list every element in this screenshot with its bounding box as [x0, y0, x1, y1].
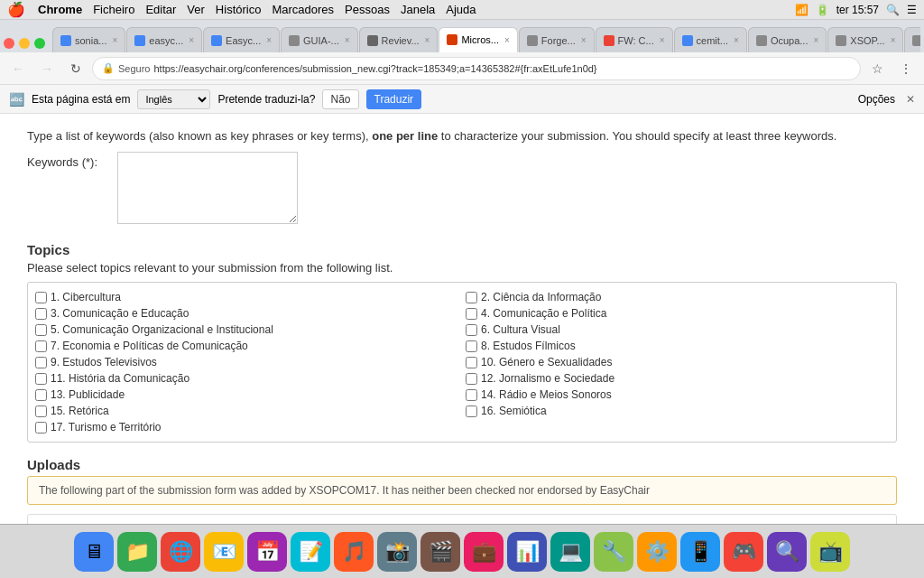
topic-checkbox-2[interactable]: [466, 292, 477, 303]
topic-label-9: 9. Estudos Televisivos: [51, 356, 157, 368]
dock-icon-3[interactable]: 📧: [204, 532, 244, 572]
tab-tab1[interactable]: sonia...×: [52, 27, 125, 52]
close-window-button[interactable]: [4, 38, 14, 49]
translation-close-button[interactable]: ✕: [906, 93, 915, 106]
topic-checkbox-11[interactable]: [35, 373, 47, 385]
menubar-chrome[interactable]: Chrome: [38, 3, 82, 16]
tab-label: Forge...: [541, 35, 576, 46]
menubar-marcadores[interactable]: Marcadores: [272, 3, 334, 16]
dock-icon-1[interactable]: 📁: [117, 532, 157, 572]
translate-button[interactable]: Traduzir: [366, 89, 422, 109]
topic-checkbox-6[interactable]: [466, 324, 477, 336]
tab-tab2[interactable]: easyc...×: [126, 27, 202, 52]
uploads-section: Uploads The following part of the submis…: [27, 457, 897, 524]
tab-close-button[interactable]: ×: [734, 35, 739, 45]
topic-checkbox-12[interactable]: [466, 373, 477, 385]
tab-close-button[interactable]: ×: [504, 35, 510, 45]
topic-checkbox-16[interactable]: [466, 406, 477, 417]
tab-close-button[interactable]: ×: [425, 35, 430, 45]
topic-checkbox-15[interactable]: [35, 406, 47, 417]
dock-icon-11[interactable]: 💻: [550, 532, 590, 572]
url-text[interactable]: https://easychair.org/conferences/submis…: [153, 63, 596, 74]
back-button[interactable]: ←: [5, 56, 31, 81]
no-translate-button[interactable]: Não: [322, 89, 358, 109]
topic-checkbox-3[interactable]: [35, 308, 47, 320]
dock-icon-14[interactable]: 📱: [680, 532, 720, 572]
dock-icon-10[interactable]: 📊: [507, 532, 547, 572]
menu-button[interactable]: ⋮: [893, 56, 919, 81]
address-bar[interactable]: 🔒 Seguro https://easychair.org/conferenc…: [92, 57, 861, 80]
tab-tab12[interactable]: Log in...×: [904, 27, 920, 52]
maximize-window-button[interactable]: [34, 38, 45, 49]
topics-description: Please select topics relevant to your su…: [27, 261, 897, 275]
reload-button[interactable]: ↻: [63, 56, 88, 81]
tab-close-button[interactable]: ×: [112, 35, 117, 45]
wifi-icon: 📶: [795, 4, 808, 16]
dock-icon-13[interactable]: ⚙️: [637, 532, 677, 572]
bookmark-button[interactable]: ☆: [864, 56, 890, 81]
tab-close-button[interactable]: ×: [660, 35, 665, 45]
tab-tab10[interactable]: Ocupa...×: [748, 27, 827, 52]
tab-close-button[interactable]: ×: [813, 35, 818, 45]
topic-checkbox-9[interactable]: [35, 357, 47, 368]
minimize-window-button[interactable]: [19, 38, 30, 49]
tab-tab7[interactable]: Forge...×: [519, 27, 595, 52]
topic-item-11: 11. História da Comunicação: [35, 371, 458, 386]
topic-checkbox-4[interactable]: [466, 308, 477, 320]
keywords-description: Type a list of keywords (also known as k…: [27, 128, 897, 144]
tab-close-button[interactable]: ×: [266, 35, 272, 45]
dock-icon-16[interactable]: 🔍: [767, 532, 807, 572]
topic-label-1: 1. Cibercultura: [51, 291, 121, 303]
tab-close-button[interactable]: ×: [189, 35, 194, 45]
dock-icon-12[interactable]: 🔧: [594, 532, 633, 572]
topic-checkbox-7[interactable]: [35, 340, 47, 352]
tab-close-button[interactable]: ×: [345, 35, 350, 45]
menubar-janela[interactable]: Janela: [401, 3, 435, 16]
tab-tab11[interactable]: XSOP...×: [827, 27, 903, 52]
topic-checkbox-10[interactable]: [466, 357, 477, 368]
tab-favicon: [756, 35, 767, 46]
tab-close-button[interactable]: ×: [581, 35, 587, 45]
topic-checkbox-5[interactable]: [35, 324, 47, 336]
topic-checkbox-14[interactable]: [466, 389, 477, 401]
menubar-pessoas[interactable]: Pessoas: [345, 3, 390, 16]
tab-tab4[interactable]: GUIA-...×: [281, 27, 358, 52]
dock-icon-17[interactable]: 📺: [810, 532, 850, 572]
keywords-textarea[interactable]: [117, 152, 298, 224]
search-icon[interactable]: 🔍: [886, 4, 900, 16]
topic-checkbox-1[interactable]: [35, 292, 47, 303]
tab-label: FW: C...: [618, 35, 654, 46]
dock-icon-4[interactable]: 📅: [247, 532, 287, 572]
menubar-ficheiro[interactable]: Ficheiro: [93, 3, 134, 16]
tab-tab6[interactable]: Micros...×: [439, 27, 517, 52]
tab-tab8[interactable]: FW: C...×: [596, 27, 673, 52]
control-center-icon[interactable]: ☰: [907, 4, 917, 16]
language-selector[interactable]: Inglês Português: [137, 89, 210, 109]
tab-close-button[interactable]: ×: [891, 35, 896, 45]
translate-icon: 🔤: [9, 92, 24, 107]
dock-icon-6[interactable]: 🎵: [334, 532, 374, 572]
tab-tab9[interactable]: cemit...×: [674, 27, 747, 52]
topic-checkbox-8[interactable]: [466, 340, 477, 352]
apple-menu-icon[interactable]: 🍎: [7, 1, 25, 18]
dock-icon-9[interactable]: 💼: [464, 532, 504, 572]
menubar-historico[interactable]: Histórico: [216, 3, 262, 16]
menubar-ver[interactable]: Ver: [187, 3, 205, 16]
tab-tab3[interactable]: Easyc...×: [203, 27, 280, 52]
menubar-editar[interactable]: Editar: [145, 3, 176, 16]
dock-icon-8[interactable]: 🎬: [420, 532, 460, 572]
dock-icon-15[interactable]: 🎮: [724, 532, 763, 572]
dock-icon-2[interactable]: 🌐: [161, 532, 200, 572]
topic-checkbox-13[interactable]: [35, 389, 47, 401]
tab-tab5[interactable]: Reviev...×: [359, 27, 439, 52]
translation-options[interactable]: Opções: [858, 93, 895, 106]
forward-button[interactable]: →: [34, 56, 60, 81]
dock-icon-7[interactable]: 📸: [377, 532, 417, 572]
dock-icon-5[interactable]: 📝: [291, 532, 330, 572]
dock-icon-0[interactable]: 🖥: [74, 532, 114, 572]
tab-label: easyc...: [149, 35, 183, 46]
tab-favicon: [527, 35, 538, 46]
topic-item-16: 16. Semiótica: [466, 404, 889, 418]
menubar-ajuda[interactable]: Ajuda: [446, 3, 476, 16]
topic-checkbox-17[interactable]: [35, 422, 47, 434]
